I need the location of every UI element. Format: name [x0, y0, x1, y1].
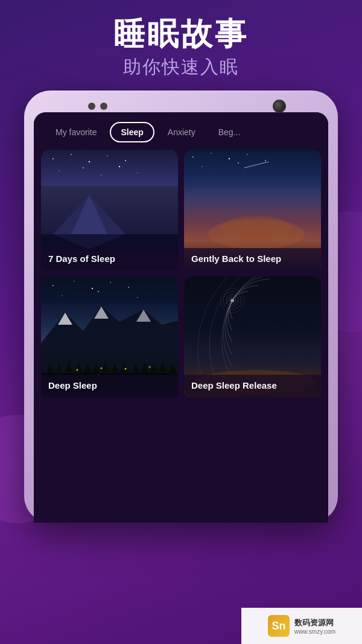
- svg-point-30: [98, 291, 99, 292]
- svg-point-29: [62, 295, 63, 296]
- svg-point-6: [83, 167, 84, 168]
- tab-anxiety[interactable]: Anxiety: [158, 123, 205, 141]
- tab-favorite[interactable]: My favorite: [46, 123, 106, 141]
- watermark-site: www.smzy.com: [294, 628, 335, 635]
- watermark-brand: 数码资源网: [294, 617, 334, 628]
- page-header: 睡眠故事 助你快速入眠: [0, 0, 362, 91]
- watermark: Sn 数码资源网 www.smzy.com: [241, 608, 362, 644]
- watermark-text-block: 数码资源网 www.smzy.com: [294, 617, 335, 635]
- svg-point-26: [92, 288, 93, 289]
- front-camera: [273, 100, 286, 113]
- svg-point-16: [229, 158, 230, 159]
- svg-point-31: [137, 297, 138, 298]
- svg-point-23: [208, 219, 305, 249]
- svg-point-7: [101, 174, 102, 176]
- card-title-1: 7 Days of Sleep: [48, 253, 115, 264]
- card-label-2: Gently Back to Sleep: [184, 248, 321, 271]
- svg-point-51: [77, 369, 78, 371]
- card-title-4: Deep Sleep Release: [191, 380, 277, 391]
- svg-point-25: [74, 281, 75, 282]
- svg-point-8: [119, 166, 120, 167]
- phone-mockup: My favorite Sleep Anxiety Beg...: [24, 91, 338, 523]
- card-title-3: Deep Sleep: [48, 380, 97, 391]
- phone-screen: My favorite Sleep Anxiety Beg...: [34, 112, 328, 523]
- card-label-4: Deep Sleep Release: [184, 375, 321, 398]
- page-subtitle: 助你快速入眠: [0, 55, 362, 80]
- svg-point-4: [125, 160, 126, 161]
- camera-bar: [34, 101, 328, 112]
- card-gently-back-sleep[interactable]: Gently Back to Sleep: [184, 150, 321, 270]
- tab-sleep[interactable]: Sleep: [110, 122, 154, 142]
- card-label-1: 7 Days of Sleep: [41, 248, 178, 271]
- card-title-2: Gently Back to Sleep: [191, 253, 281, 264]
- svg-point-52: [101, 368, 103, 369]
- svg-point-14: [192, 156, 194, 158]
- svg-point-54: [149, 366, 151, 368]
- camera-dots: [88, 103, 107, 110]
- cards-grid: 7 Days of Sleep: [34, 150, 328, 404]
- tab-bar: My favorite Sleep Anxiety Beg...: [34, 112, 328, 150]
- svg-point-28: [128, 287, 129, 288]
- svg-point-5: [59, 170, 60, 171]
- svg-point-3: [107, 155, 108, 156]
- card-seven-days-sleep[interactable]: 7 Days of Sleep: [41, 150, 178, 270]
- svg-point-19: [202, 166, 203, 167]
- svg-point-2: [89, 161, 90, 162]
- card-deep-sleep[interactable]: Deep Sleep: [41, 276, 178, 397]
- svg-point-20: [238, 162, 239, 164]
- card-label-3: Deep Sleep: [41, 375, 178, 398]
- card-deep-sleep-release[interactable]: Deep Sleep Release: [184, 276, 321, 397]
- svg-point-18: [265, 160, 266, 161]
- tab-beg[interactable]: Beg...: [209, 123, 250, 141]
- camera-dot-1: [88, 103, 95, 110]
- svg-line-21: [244, 162, 268, 168]
- svg-point-0: [52, 158, 54, 159]
- svg-point-53: [125, 368, 127, 370]
- svg-point-27: [110, 282, 111, 283]
- svg-point-15: [211, 153, 212, 154]
- svg-point-55: [230, 299, 234, 302]
- svg-point-24: [52, 285, 54, 286]
- svg-point-9: [137, 172, 138, 173]
- page-title: 睡眠故事: [0, 17, 362, 51]
- svg-point-1: [71, 154, 72, 155]
- watermark-logo: Sn: [268, 615, 290, 637]
- camera-dot-2: [100, 103, 107, 110]
- svg-point-17: [247, 154, 248, 155]
